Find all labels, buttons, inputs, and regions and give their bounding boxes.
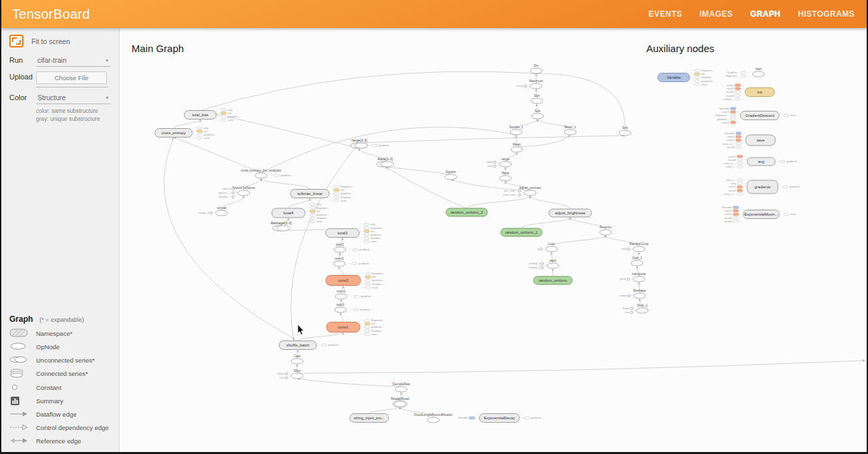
graph-node-adjust_brightness[interactable]: adjust_brightness (549, 209, 592, 217)
graph-node-reshape_op[interactable]: Reshapeshape (620, 289, 646, 299)
graph-node-pool2[interactable]: pool2gradient... (334, 243, 372, 253)
graph-edges (164, 71, 865, 417)
choose-file-button[interactable]: Choose File (36, 71, 107, 84)
svg-text:pack: pack (550, 259, 557, 262)
graph-node-conv2[interactable]: conv2Exponen...initgradient...Gradien...… (326, 272, 385, 289)
graph-node-flrr[interactable]: FixedLengthRecordReader (414, 413, 453, 423)
svg-text:gradient...: gradient... (531, 416, 544, 419)
graph-node-aux_expmov[interactable]: ExponentialMovin...trainVariableconv1con… (722, 206, 797, 223)
graph-node-div[interactable]: Div (530, 64, 542, 74)
graph-node-pack[interactable]: packstrided_1strided_2 (529, 259, 559, 270)
mouse-cursor (297, 324, 306, 336)
graph-node-decoderaw[interactable]: DecodeRaw (393, 383, 411, 393)
graph-node-ru0[interactable]: random_uniform (533, 276, 572, 284)
svg-text:save: save (204, 136, 210, 140)
graph-node-rank[interactable]: Rank (499, 172, 511, 182)
graph-node-norm2[interactable]: norm2gradient... (333, 257, 371, 267)
svg-text:cross_e...: cross_e... (724, 192, 736, 196)
graph-node-range_op[interactable]: rangedeltastart (487, 158, 511, 168)
fit-to-screen-button[interactable]: Fit to screen (1, 28, 119, 50)
graph-node-aux_gradients[interactable]: gradientsgradient...total_l...avgconv1co… (724, 178, 802, 196)
graph-node-sparsetodense[interactable]: SparseToDenseindicessparse_i...default_.… (218, 186, 256, 199)
graph-node-square[interactable]: Square (445, 170, 457, 180)
tensorboard-window: TensorBoard EVENTSIMAGESGRAPHHISTOGRAMS … (0, 0, 868, 454)
graph-node-mean[interactable]: Mean (511, 143, 523, 153)
graph-node-expdecay[interactable]: ExponentialDecaygradient...Variable (458, 414, 544, 423)
fit-to-screen-label: Fit to screen (31, 37, 70, 45)
legend-item: Summary (1, 394, 119, 407)
svg-text:transpose: transpose (632, 272, 646, 276)
graph-node-sqrt[interactable]: Sqrt (531, 94, 543, 104)
legend-item: Dataflow edge (1, 407, 119, 421)
graph-node-cast[interactable]: Cast (291, 355, 303, 365)
chevron-down-icon: ▼ (105, 58, 110, 63)
graph-node-pool1[interactable]: pool1gradient... (335, 303, 373, 313)
svg-text:save: save (316, 220, 323, 223)
graph-node-conv1[interactable]: conv1Exponen...initgradient...Gradien...… (327, 318, 385, 336)
graph-node-reverse[interactable]: Reverse (600, 226, 612, 236)
svg-text:gradients: gradients (754, 185, 771, 189)
svg-text:local4: local4 (283, 211, 294, 215)
nav-tab-graph[interactable]: GRAPH (750, 9, 781, 19)
legend-item: Constant (1, 381, 119, 394)
svg-text:conv2: conv2 (722, 121, 730, 124)
main-graph-title: Main Graph (132, 43, 184, 54)
graph-legend: Graph (* = expandable) Namespace*OpNodeU… (1, 314, 119, 448)
graph-node-total_loss[interactable]: total_lossavginitgradient...save (184, 108, 240, 122)
graph-node-norm1[interactable]: norm1gradient... (335, 290, 373, 300)
graph-node-ru2[interactable]: random_uniform_2 (446, 208, 487, 216)
svg-text:init: init (757, 90, 763, 94)
graph-node-string_input[interactable]: string_input_pro... (350, 414, 389, 423)
svg-text:softmax_linear: softmax_linear (297, 192, 322, 196)
graph-node-mean1[interactable]: Mean_1 (564, 126, 576, 136)
graph-node-cast1[interactable]: Cast_1 (631, 256, 643, 266)
run-select-value: cifar-train (37, 56, 67, 64)
graph-node-sub1[interactable]: Sub (531, 109, 544, 120)
graph-node-cepe[interactable]: cross_entropy_per_examplegradient... (241, 169, 293, 179)
graph-node-shuffle_batch[interactable]: shuffle_batchgradient... (279, 341, 341, 350)
graph-node-aux_train[interactable]: trainGradien...Exponen... (726, 67, 765, 78)
graph-node-aux_save[interactable]: saveVariableconv1conv2cross_e...local3 (722, 132, 775, 149)
graph-node-slice1[interactable]: Slice_1beginsize (623, 304, 648, 314)
color-caption: color: same substructure gray: unique su… (1, 107, 119, 124)
svg-text:gradient...: gradient... (360, 308, 373, 311)
graph-node-less[interactable]: Lessy (537, 242, 558, 252)
graph-node-softmax_linear[interactable]: softmax_linearExponen...initgradient...G… (290, 185, 354, 202)
color-select[interactable]: Structure ▼ (36, 92, 111, 104)
color-select-value: Structure (37, 93, 66, 101)
svg-text:sparse_i...: sparse_i... (218, 191, 231, 194)
graph-node-concat[interactable]: concatshape_3 (198, 206, 228, 216)
graph-node-reshape13[interactable]: Reshape[1-3] (270, 221, 292, 232)
graph-node-square1[interactable]: Square_1 (509, 126, 523, 136)
app-title: TensorBoard (1, 7, 90, 22)
nav-tab-images[interactable]: IMAGES (700, 9, 733, 19)
graph-node-aux_init[interactable]: initconv1conv2local3local4softma... (723, 83, 775, 101)
graph-node-randomcrop[interactable]: RandomCropsize (622, 242, 649, 252)
graph-node-rank12[interactable]: Rank[1-2] (377, 157, 394, 168)
svg-text:random_uniform_1: random_uniform_1 (505, 230, 538, 234)
graph-node-aux_variable[interactable]: VariableExponen...initGradien...gradient… (658, 69, 714, 86)
graph-node-slice[interactable]: Slicebeginsize (278, 369, 303, 380)
graph-node-adjust_contrast[interactable]: adjust_contrastmin_valu...max_valu... (503, 186, 541, 197)
graph-canvas[interactable]: total_lossavginitgradient...savecross_en… (119, 28, 868, 452)
reference-edge-icon (9, 436, 29, 446)
svg-text:min_valu...: min_valu... (504, 189, 517, 192)
graph-node-cross_entropy[interactable]: cross_entropyavginitgradient...save (155, 126, 216, 140)
nav-tab-events[interactable]: EVENTS (648, 9, 682, 19)
graph-node-transpose[interactable]: transposeperm (620, 272, 646, 282)
svg-text:Const: Const (516, 84, 524, 87)
graph-node-readerread[interactable]: ReaderRead (391, 397, 409, 408)
svg-text:DecodeRaw: DecodeRaw (393, 383, 411, 386)
graph-node-aux_avg[interactable]: avggradient...conv1local3cross_e...total… (724, 155, 799, 169)
svg-text:Slice: Slice (294, 369, 301, 373)
graph-node-ru1[interactable]: random_uniform_1 (501, 228, 542, 236)
summary-icon (9, 396, 29, 406)
legend-subtitle: (* = expandable) (39, 316, 83, 323)
run-select[interactable]: cifar-train ▼ (36, 55, 111, 67)
graph-node-aux_gd[interactable]: GradientDescenttrainVariableconv1Exponen… (716, 107, 797, 124)
graph-node-maximum[interactable]: MaximumConst (516, 79, 543, 89)
graph-node-range13[interactable]: range[1-3]gradient... (351, 138, 391, 149)
nav-tab-histograms[interactable]: HISTOGRAMS (798, 9, 855, 19)
graph-node-local3[interactable]: local3avgExponen...initgradient...Gradie… (326, 222, 384, 243)
graph-node-sub2[interactable]: Sub (619, 126, 631, 136)
